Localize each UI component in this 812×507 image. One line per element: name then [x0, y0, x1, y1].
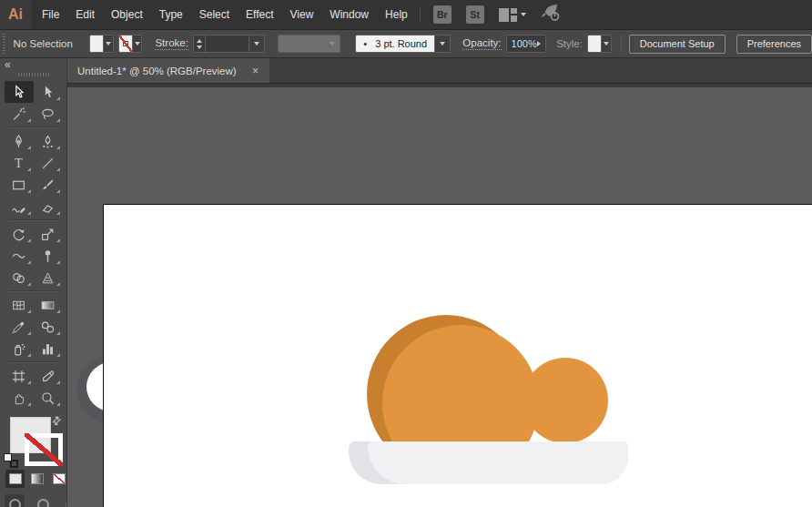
tool-direct-selection[interactable] [34, 81, 63, 103]
canvas[interactable] [67, 84, 812, 507]
document-setup-button[interactable]: Document Setup [629, 35, 726, 54]
control-bar-divider [621, 34, 622, 54]
tools-divider [9, 361, 58, 363]
draw-inside-button[interactable] [61, 494, 67, 507]
tool-magic-wand[interactable] [5, 103, 34, 125]
workspace-chevron-down-icon[interactable] [521, 13, 526, 16]
canvas-top-shadow [67, 84, 812, 87]
tool-slice[interactable] [34, 365, 63, 387]
tool-rotate[interactable] [5, 223, 34, 245]
fill-color-dropdown[interactable] [89, 35, 114, 53]
workspace-switcher-icon[interactable] [499, 8, 517, 22]
collapse-panel-icon[interactable]: « [5, 58, 10, 71]
menubar-divider [420, 7, 421, 22]
illustrator-window: Ai FileEditObjectTypeSelectEffectViewWin… [0, 0, 812, 507]
tool-eraser[interactable] [34, 196, 63, 218]
tool-perspective-grid[interactable] [34, 267, 63, 289]
tools-divider [9, 290, 58, 292]
stroke-proxy-swatch[interactable] [25, 433, 63, 466]
menu-type[interactable]: Type [151, 0, 191, 29]
tool-width[interactable] [5, 245, 34, 267]
stroke-weight-chevron-down-icon[interactable] [249, 35, 265, 53]
svg-text:T: T [15, 156, 23, 170]
menu-object[interactable]: Object [103, 0, 151, 29]
tool-zoom[interactable] [34, 387, 63, 409]
opacity-expand-icon[interactable] [537, 41, 541, 46]
gradient-button[interactable] [27, 470, 46, 488]
bridge-button[interactable]: Br [433, 5, 452, 24]
plate[interactable] [368, 441, 628, 484]
document-tab[interactable]: Untitled-1* @ 50% (RGB/Preview) × [67, 58, 269, 83]
tools-grid: T [0, 81, 66, 409]
menu-select[interactable]: Select [191, 0, 238, 29]
menu-window[interactable]: Window [321, 0, 377, 29]
tool-lasso[interactable] [34, 103, 63, 125]
tool-line-segment[interactable] [34, 152, 63, 174]
stroke-chevron-down-icon [132, 35, 142, 52]
tool-blend[interactable] [34, 316, 63, 338]
tool-shaper[interactable] [5, 196, 34, 218]
tool-paintbrush[interactable] [34, 174, 63, 196]
color-button[interactable] [5, 470, 25, 488]
menu-file[interactable]: File [34, 0, 67, 29]
style-dropdown[interactable] [587, 35, 612, 53]
draw-normal-button[interactable] [5, 494, 25, 507]
opacity-field[interactable]: 100% [506, 35, 547, 53]
draw-behind-button[interactable] [33, 494, 53, 507]
style-label: Style: [556, 38, 583, 49]
tool-selection[interactable] [5, 81, 34, 103]
tool-puppet-warp[interactable] [34, 245, 63, 267]
selection-status: No Selection [14, 38, 73, 49]
tool-hand[interactable] [5, 387, 34, 409]
stroke-weight-label[interactable]: Stroke: [155, 37, 188, 50]
control-bar: No Selection Stroke: • 3 pt. Round [0, 29, 812, 58]
app-logo: Ai [0, 0, 31, 29]
style-chevron-down-icon [601, 35, 611, 52]
document-tab-title: Untitled-1* @ 50% (RGB/Preview) [77, 66, 237, 76]
brush-name: 3 pt. Round [375, 38, 427, 49]
tools-panel-grip[interactable] [18, 73, 49, 76]
menu-bar: Ai FileEditObjectTypeSelectEffectViewWin… [0, 0, 812, 29]
tool-symbol-sprayer[interactable] [5, 338, 34, 360]
tool-shape-builder[interactable] [5, 267, 34, 289]
tool-eyedropper[interactable] [5, 316, 34, 338]
tool-scale[interactable] [34, 223, 63, 245]
gpu-performance-icon[interactable] [539, 3, 561, 26]
tool-column-graph[interactable] [34, 338, 63, 360]
menu-edit[interactable]: Edit [67, 0, 103, 29]
default-fill-stroke-icon[interactable] [4, 453, 18, 468]
tool-pen[interactable] [5, 130, 34, 152]
stroke-color-swatch [119, 35, 132, 52]
menu-help[interactable]: Help [377, 0, 416, 29]
stroke-weight-stepper[interactable] [193, 35, 206, 53]
brush-bullet: • [363, 38, 367, 49]
stroke-color-dropdown[interactable] [118, 35, 143, 53]
drawing-mode-buttons [5, 494, 67, 507]
artboard[interactable] [103, 204, 812, 507]
fill-chevron-down-icon [103, 35, 113, 52]
tool-type[interactable]: T [5, 152, 34, 174]
stock-button[interactable]: St [466, 5, 484, 24]
tab-close-icon[interactable]: × [250, 64, 260, 78]
menu-view[interactable]: View [282, 0, 322, 29]
preferences-button[interactable]: Preferences [736, 35, 812, 54]
control-bar-grip[interactable] [3, 34, 5, 54]
tool-curvature[interactable] [34, 130, 63, 152]
tools-divider [9, 127, 58, 128]
tools-divider [9, 219, 58, 221]
opacity-label[interactable]: Opacity: [462, 37, 501, 50]
none-button[interactable] [49, 470, 67, 488]
menu-effect[interactable]: Effect [238, 0, 281, 29]
cloud-small-circle[interactable] [523, 358, 608, 443]
pasteboard-gutter[interactable] [67, 84, 103, 507]
tool-rectangle[interactable] [5, 174, 34, 196]
tool-gradient[interactable] [34, 294, 63, 316]
color-mode-buttons [5, 470, 67, 488]
tools-panel: « T ⇄ [0, 58, 67, 507]
stroke-weight-control[interactable] [193, 35, 265, 53]
swap-fill-stroke-icon[interactable]: ⇄ [49, 412, 65, 428]
tool-artboard[interactable] [5, 365, 34, 387]
stroke-weight-field[interactable] [206, 35, 249, 53]
brush-definition-dropdown[interactable]: • 3 pt. Round [355, 35, 451, 53]
tool-mesh[interactable] [5, 294, 34, 316]
